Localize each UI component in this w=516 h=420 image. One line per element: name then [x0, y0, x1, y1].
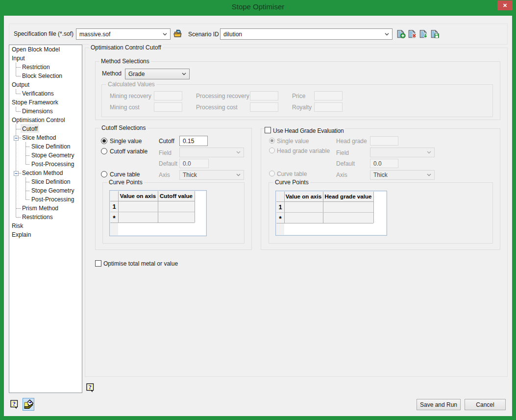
- svg-text:Value on axis: Value on axis: [286, 193, 321, 199]
- svg-text:?: ?: [89, 383, 92, 391]
- svg-text:Head grade value: Head grade value: [324, 193, 372, 199]
- svg-text:*: *: [279, 215, 282, 222]
- svg-text:Value on axis: Value on axis: [120, 193, 156, 199]
- svg-text:?: ?: [13, 400, 16, 407]
- svg-text:*: *: [113, 214, 116, 222]
- svg-text:1: 1: [112, 203, 116, 210]
- svg-text:Cutoff value: Cutoff value: [160, 193, 193, 199]
- svg-text:1: 1: [278, 203, 282, 211]
